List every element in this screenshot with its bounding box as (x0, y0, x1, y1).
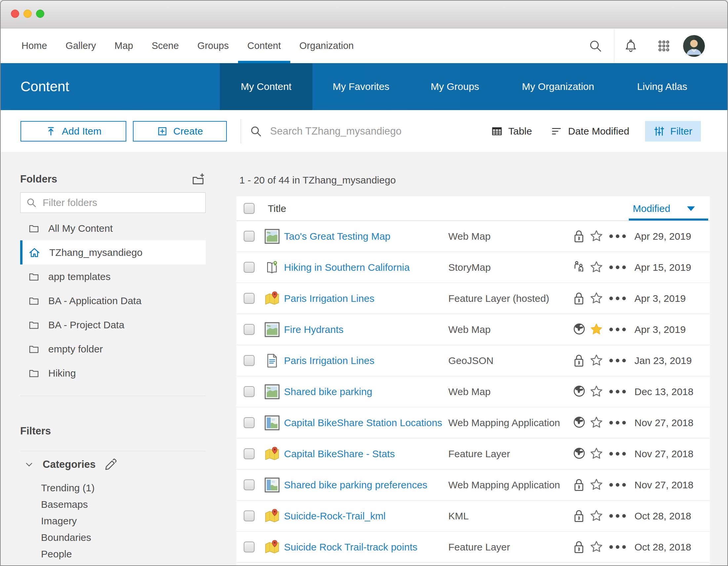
item-title-link[interactable]: Tao's Great Testing Map (284, 221, 390, 252)
table-view-button[interactable]: Table (491, 125, 532, 137)
sidebar-folder-tzhang-mysandiego[interactable]: TZhang_mysandiego (20, 240, 206, 264)
sort-date-modified-button[interactable]: Date Modified (550, 125, 629, 137)
item-checkbox[interactable] (244, 293, 255, 304)
sidebar-folder-empty-folder[interactable]: empty folder (20, 337, 206, 361)
zoom-window-button[interactable] (36, 10, 44, 18)
create-button[interactable]: Create (133, 121, 227, 141)
filter-sliders-icon (654, 126, 665, 137)
row-actions-ellipsis-icon[interactable] (609, 358, 627, 363)
user-avatar[interactable] (683, 35, 705, 57)
favorite-star-icon[interactable] (589, 508, 604, 524)
item-checkbox[interactable] (244, 324, 255, 335)
item-type: KML (448, 501, 469, 531)
edit-pencil-icon[interactable] (103, 457, 118, 472)
category-boundaries[interactable]: Boundaries (20, 529, 236, 546)
item-checkbox[interactable] (244, 510, 255, 521)
nav-item-organization[interactable]: Organization (290, 28, 363, 63)
tab-my-groups[interactable]: My Groups (410, 63, 500, 110)
favorite-star-icon[interactable] (589, 539, 604, 555)
favorite-star-icon[interactable] (589, 415, 604, 430)
item-checkbox[interactable] (244, 231, 255, 242)
row-actions-ellipsis-icon[interactable] (609, 233, 627, 239)
row-actions-ellipsis-icon[interactable] (609, 327, 627, 332)
nav-item-groups[interactable]: Groups (188, 28, 238, 63)
category-imagery[interactable]: Imagery (20, 513, 236, 529)
lock-icon (572, 540, 587, 555)
item-title-link[interactable]: Paris Irrigation Lines (284, 345, 374, 376)
item-title-link[interactable]: Paris Irrigation Lines (284, 283, 374, 314)
filter-button[interactable]: Filter (645, 121, 701, 141)
item-checkbox[interactable] (244, 355, 255, 366)
globe-icon (572, 322, 587, 337)
item-title-link[interactable]: Suicide Rock Trail-track points (284, 532, 417, 562)
favorite-star-filled-icon[interactable] (589, 322, 604, 337)
category-trending-1[interactable]: Trending (1) (20, 480, 236, 496)
search-icon[interactable] (588, 39, 603, 53)
folder-icon (28, 295, 40, 306)
notifications-bell-icon[interactable] (624, 39, 638, 53)
item-checkbox[interactable] (244, 386, 255, 397)
nav-item-home[interactable]: Home (12, 28, 56, 63)
sidebar-folder-ba-project-data[interactable]: BA - Project Data (20, 313, 206, 337)
item-checkbox[interactable] (244, 479, 255, 490)
item-title-link[interactable]: Suicide-Rock-Trail_kml (284, 501, 385, 531)
sidebar-folder-app-templates[interactable]: app templates (20, 264, 206, 289)
item-row: Capital BikeShare - StatsFeature LayerNo… (236, 438, 710, 469)
modified-column-header[interactable]: Modified (633, 196, 697, 221)
close-window-button[interactable] (11, 10, 19, 18)
content-search (250, 125, 491, 138)
item-checkbox[interactable] (244, 417, 255, 428)
item-title-link[interactable]: Shared bike parking (284, 376, 372, 407)
item-row: Hiking in Southern CaliforniaStoryMapApr… (236, 252, 710, 283)
tab-my-favorites[interactable]: My Favorites (312, 63, 410, 110)
chevron-down-icon[interactable] (23, 459, 35, 470)
row-actions-ellipsis-icon[interactable] (609, 513, 627, 519)
sidebar-folder-all-my-content[interactable]: All My Content (20, 216, 206, 240)
content-search-input[interactable] (269, 125, 469, 138)
item-checkbox[interactable] (244, 448, 255, 459)
tab-my-organization[interactable]: My Organization (500, 63, 616, 110)
favorite-star-icon[interactable] (589, 291, 604, 306)
add-item-label: Add Item (62, 126, 101, 137)
sidebar-folder-hiking[interactable]: Hiking (20, 361, 206, 385)
main-content: 1 - 20 of 44 in TZhang_mysandiego Title … (236, 153, 727, 566)
item-title-link[interactable]: Shared bike parking preferences (284, 469, 427, 500)
item-checkbox[interactable] (244, 542, 255, 552)
item-title-link[interactable]: Hiking in Southern California (284, 252, 410, 283)
globe-icon (572, 415, 587, 430)
nav-item-scene[interactable]: Scene (142, 28, 188, 63)
row-actions-ellipsis-icon[interactable] (609, 420, 627, 425)
favorite-star-icon[interactable] (589, 477, 604, 493)
favorite-star-icon[interactable] (589, 384, 604, 399)
nav-item-map[interactable]: Map (105, 28, 142, 63)
row-actions-ellipsis-icon[interactable] (609, 389, 627, 394)
row-actions-ellipsis-icon[interactable] (609, 482, 627, 488)
row-actions-ellipsis-icon[interactable] (609, 451, 627, 457)
tab-my-content[interactable]: My Content (220, 63, 312, 110)
row-actions-ellipsis-icon[interactable] (609, 264, 627, 270)
row-actions-ellipsis-icon[interactable] (609, 544, 627, 550)
tab-living-atlas[interactable]: Living Atlas (616, 63, 708, 110)
item-checkbox[interactable] (244, 262, 255, 273)
category-basemaps[interactable]: Basemaps (20, 496, 236, 513)
results-count: 1 - 20 of 44 in TZhang_mysandiego (239, 175, 396, 186)
new-folder-icon[interactable] (191, 172, 206, 186)
minimize-window-button[interactable] (23, 10, 32, 18)
app-launcher-grid-icon[interactable] (657, 39, 671, 53)
favorite-star-icon[interactable] (589, 260, 604, 275)
favorite-star-icon[interactable] (589, 446, 604, 462)
filter-folders-input[interactable] (42, 197, 200, 209)
item-title-link[interactable]: Capital BikeShare Station Locations (284, 407, 442, 438)
select-all-checkbox[interactable] (244, 203, 255, 214)
item-title-link[interactable]: Fire Hydrants (284, 314, 344, 345)
nav-item-content[interactable]: Content (238, 28, 290, 63)
folders-title: Folders (20, 173, 57, 185)
favorite-star-icon[interactable] (589, 353, 604, 368)
nav-item-gallery[interactable]: Gallery (56, 28, 105, 63)
row-actions-ellipsis-icon[interactable] (609, 296, 627, 301)
add-item-button[interactable]: Add Item (20, 121, 126, 141)
category-people[interactable]: People (20, 546, 236, 562)
sidebar-folder-ba-application-data[interactable]: BA - Application Data (20, 289, 206, 313)
favorite-star-icon[interactable] (589, 228, 604, 244)
item-title-link[interactable]: Capital BikeShare - Stats (284, 438, 395, 469)
